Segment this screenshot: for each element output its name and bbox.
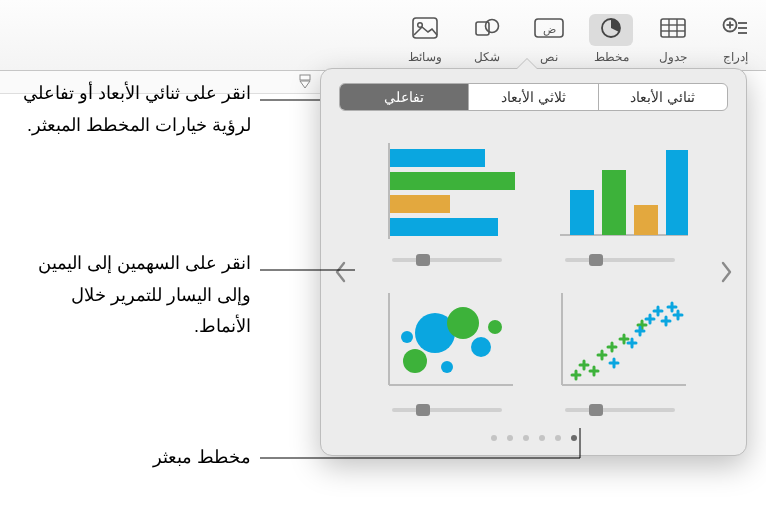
page-dot[interactable] (539, 435, 545, 441)
svg-point-68 (441, 361, 453, 373)
chart-popover: ثنائي الأبعاد ثلاثي الأبعاد تفاعلي (320, 68, 747, 456)
text-icon: ض (534, 17, 564, 43)
svg-rect-21 (602, 170, 626, 235)
page-dots[interactable] (321, 429, 746, 455)
chart-icon (599, 16, 623, 44)
svg-point-65 (447, 307, 479, 339)
tab-2d[interactable]: ثنائي الأبعاد (598, 84, 727, 110)
style-slider[interactable] (565, 253, 675, 267)
svg-rect-28 (390, 218, 498, 236)
svg-rect-7 (661, 19, 685, 37)
chart-thumb-bar[interactable] (369, 135, 525, 267)
style-slider[interactable] (565, 403, 675, 417)
ruler (0, 71, 320, 94)
margin-marker-icon (298, 74, 312, 94)
svg-rect-27 (390, 195, 450, 213)
page-dot[interactable] (491, 435, 497, 441)
insert-icon (722, 17, 748, 43)
toolbar-label: شكل (474, 50, 500, 64)
chart-thumb-scatter[interactable] (543, 285, 699, 417)
chevron-right-icon (719, 260, 733, 291)
toolbar-label: مخطط (594, 50, 629, 64)
table-icon (660, 17, 686, 43)
toolbar: وسائط شكل ض نص مخطط جدول إدراج (0, 0, 766, 71)
style-slider[interactable] (392, 253, 502, 267)
svg-rect-23 (666, 150, 688, 235)
chart-style-area (321, 121, 746, 429)
page-dot[interactable] (571, 435, 577, 441)
tab-interactive[interactable]: تفاعلي (340, 84, 468, 110)
prev-style-arrow[interactable] (327, 251, 355, 299)
svg-rect-18 (300, 75, 310, 80)
toolbar-label: جدول (659, 50, 687, 64)
svg-rect-22 (634, 205, 658, 235)
svg-point-69 (401, 331, 413, 343)
chart-type-segmented: ثنائي الأبعاد ثلاثي الأبعاد تفاعلي (339, 83, 728, 111)
chart-thumbnail-grid (321, 129, 746, 423)
callout-scatter-label: مخطط مبعثر (51, 442, 251, 474)
scatter-chart-icon (550, 285, 690, 395)
toolbar-item-insert[interactable]: إدراج (704, 6, 766, 64)
callout-arrows-hint: انقر على السهمين إلى اليمين وإلى اليسار … (21, 248, 251, 343)
bar-chart-icon (377, 135, 517, 245)
media-icon (412, 17, 438, 43)
toolbar-item-table[interactable]: جدول (642, 6, 704, 64)
style-slider[interactable] (392, 403, 502, 417)
toolbar-item-text[interactable]: ض نص (518, 6, 580, 64)
svg-point-66 (471, 337, 491, 357)
toolbar-item-chart[interactable]: مخطط (580, 6, 642, 64)
page-dot[interactable] (523, 435, 529, 441)
svg-rect-0 (413, 18, 437, 38)
svg-point-67 (488, 320, 502, 334)
bubble-chart-icon (377, 285, 517, 395)
chart-thumb-column[interactable] (543, 135, 699, 267)
next-style-arrow[interactable] (712, 251, 740, 299)
shape-icon (474, 17, 500, 43)
svg-point-3 (486, 20, 499, 33)
chart-thumb-bubble[interactable] (369, 285, 525, 417)
svg-rect-26 (390, 172, 515, 190)
page-dot[interactable] (507, 435, 513, 441)
svg-rect-20 (570, 190, 594, 235)
toolbar-item-media[interactable]: وسائط (394, 6, 456, 64)
column-chart-icon (550, 135, 690, 245)
svg-point-63 (403, 349, 427, 373)
svg-text:ض: ض (543, 23, 556, 36)
page-dot[interactable] (555, 435, 561, 441)
svg-rect-2 (476, 22, 489, 35)
toolbar-label: وسائط (408, 50, 442, 64)
toolbar-label: نص (540, 50, 558, 64)
toolbar-label: إدراج (723, 50, 748, 64)
chevron-left-icon (334, 260, 348, 291)
toolbar-item-shape[interactable]: شكل (456, 6, 518, 64)
tab-3d[interactable]: ثلاثي الأبعاد (468, 84, 597, 110)
svg-rect-25 (390, 149, 485, 167)
